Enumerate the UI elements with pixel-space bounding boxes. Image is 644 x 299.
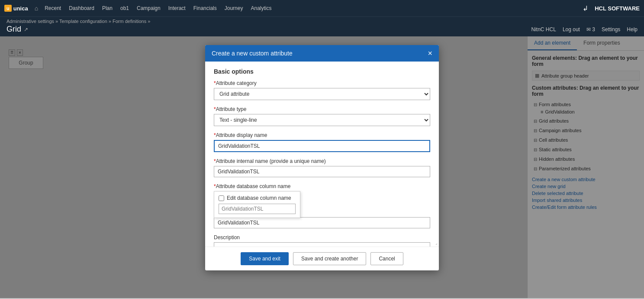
page-title-row: Grid ↗ NitnC HCL Log out ✉ 3 Settings He…	[6, 25, 638, 34]
attribute-category-label: *Attribute category	[214, 80, 430, 86]
header-mail[interactable]: ✉ 3	[586, 26, 595, 32]
attribute-db-column-name-group: *Attribute database column name Edit dat…	[214, 183, 430, 228]
edit-db-column-row: Edit database column name	[219, 195, 296, 201]
nav-item-dashboard[interactable]: Dashboard	[69, 5, 94, 11]
attribute-type-group: *Attribute type Text - single-line Text …	[214, 106, 430, 126]
hcl-logo: HCL SOFTWARE	[595, 5, 640, 12]
nav-item-plan[interactable]: Plan	[102, 5, 113, 11]
nav-item-campaign[interactable]: Campaign	[137, 5, 161, 11]
attribute-db-column-label: *Attribute database column name	[214, 183, 430, 189]
header-settings[interactable]: Settings	[602, 26, 620, 32]
attribute-category-group: *Attribute category Grid attribute Form …	[214, 80, 430, 100]
nav-item-journey[interactable]: Journey	[225, 5, 243, 11]
save-and-create-another-button[interactable]: Save and create another	[293, 252, 366, 265]
attribute-display-name-input[interactable]	[214, 140, 430, 152]
main-content: ⠿ × Group Add an element Form properties…	[0, 36, 644, 298]
top-nav: u unica ⌂ Recent Dashboard Plan ob1 Camp…	[0, 0, 644, 16]
basic-options-title: Basic options	[214, 68, 430, 75]
attribute-internal-name-label: *Attribute internal name (provide a uniq…	[214, 158, 430, 164]
page-header-right: NitnC HCL Log out ✉ 3 Settings Help	[531, 26, 638, 32]
attribute-db-column-input[interactable]	[214, 217, 430, 228]
nav-item-ob1[interactable]: ob1	[120, 5, 129, 11]
home-icon[interactable]: ⌂	[35, 5, 38, 12]
nav-logo: u unica	[4, 5, 28, 12]
nav-item-financials[interactable]: Financials	[193, 5, 217, 11]
nav-items: Recent Dashboard Plan ob1 Campaign Inter…	[45, 5, 271, 11]
attribute-type-select[interactable]: Text - single-line Text - multi-line Num…	[214, 114, 430, 126]
nav-item-analytics[interactable]: Analytics	[251, 5, 271, 11]
page-header: Administrative settings » Template confi…	[0, 16, 644, 36]
logo-text: unica	[13, 5, 28, 12]
description-textarea[interactable]	[214, 242, 430, 247]
db-column-tooltip-input[interactable]	[219, 204, 296, 214]
attribute-display-name-group: *Attribute display name	[214, 132, 430, 152]
modal-close-button[interactable]: ×	[428, 49, 432, 57]
header-user[interactable]: NitnC HCL	[531, 26, 556, 32]
description-group: Description	[214, 234, 430, 247]
resize-handle[interactable]: ⌟	[435, 240, 438, 245]
edit-db-column-checkbox[interactable]	[219, 195, 224, 201]
attribute-category-select[interactable]: Grid attribute Form attribute Campaign a…	[214, 88, 430, 100]
header-logout[interactable]: Log out	[563, 26, 580, 32]
save-and-exit-button[interactable]: Save and exit	[241, 252, 289, 265]
attribute-internal-name-group: *Attribute internal name (provide a uniq…	[214, 158, 430, 177]
modal-create-attribute: Create a new custom attribute × Basic op…	[205, 45, 439, 270]
attribute-type-label: *Attribute type	[214, 106, 430, 112]
page-title-text: Grid	[6, 25, 21, 34]
modal-title: Create a new custom attribute	[212, 50, 293, 57]
page-title: Grid ↗	[6, 25, 28, 34]
edit-db-column-label: Edit database column name	[227, 195, 291, 201]
nav-right: ↲ HCL SOFTWARE	[583, 4, 640, 13]
external-link-icon[interactable]: ↗	[24, 26, 28, 32]
header-help[interactable]: Help	[627, 26, 638, 32]
attribute-display-name-label: *Attribute display name	[214, 132, 430, 138]
modal-body: Basic options *Attribute category Grid a…	[205, 62, 439, 247]
modal-footer: Save and exit Save and create another Ca…	[205, 247, 439, 270]
cancel-button[interactable]: Cancel	[370, 252, 403, 265]
db-column-tooltip: Edit database column name	[214, 191, 300, 218]
description-label: Description	[214, 234, 430, 240]
breadcrumb: Administrative settings » Template confi…	[6, 19, 638, 24]
hcl-arrow-icon: ↲	[583, 4, 588, 13]
nav-item-recent[interactable]: Recent	[45, 5, 61, 11]
nav-item-interact[interactable]: Interact	[168, 5, 186, 11]
attribute-internal-name-input[interactable]	[214, 166, 430, 177]
modal-header: Create a new custom attribute ×	[205, 45, 439, 62]
logo-box: u	[4, 5, 12, 12]
modal-overlay: Create a new custom attribute × Basic op…	[0, 36, 644, 298]
